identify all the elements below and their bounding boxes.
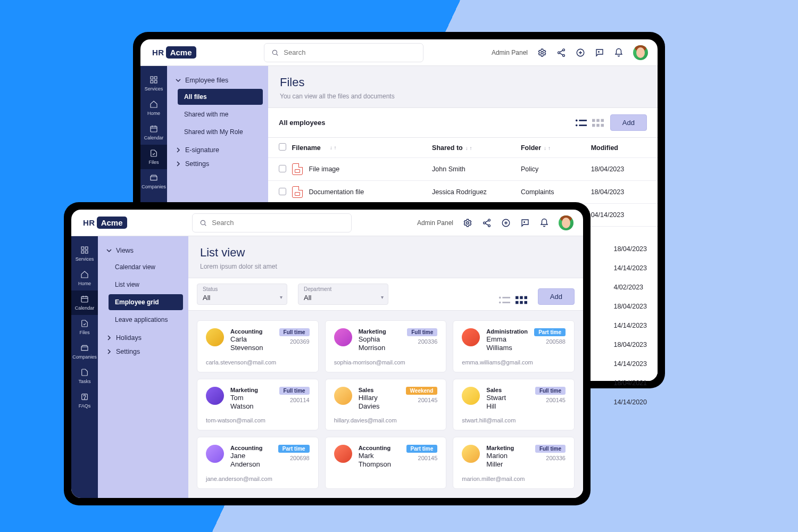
- user-avatar[interactable]: [633, 45, 648, 60]
- tree-employee-grid[interactable]: Employee grid: [109, 294, 183, 310]
- share-icon[interactable]: [482, 218, 492, 228]
- bell-icon[interactable]: [614, 48, 624, 57]
- tree-list-view[interactable]: List view: [109, 277, 183, 293]
- modified: 18/04/2023: [591, 165, 647, 173]
- table-row[interactable]: Documentation file Jessica Rodríguez Com…: [268, 181, 658, 204]
- employee-card[interactable]: Marketing TomWatson Full time 200114 tom…: [197, 379, 319, 431]
- chevron-right-icon: [176, 147, 181, 153]
- grid-view-icon[interactable]: [592, 118, 604, 128]
- shared-to: Jessica Rodríguez: [432, 188, 521, 196]
- tree-all-files[interactable]: All files: [178, 89, 263, 105]
- search-field[interactable]: [192, 213, 352, 232]
- employment-badge: Full time: [407, 328, 437, 336]
- search-icon: [200, 219, 207, 227]
- employee-card[interactable]: Sales HillaryDavies Weekend 200145 hilla…: [325, 379, 447, 431]
- employee-card[interactable]: Sales StwartHill Full time 200145 stwart…: [453, 379, 575, 431]
- tree-leave-apps[interactable]: Leave applications: [109, 312, 183, 328]
- employee-card[interactable]: Accounting JaneAnderson Part time 200698…: [197, 437, 319, 489]
- page-title: List view: [200, 246, 571, 260]
- employee-id: 200336: [546, 455, 566, 461]
- tree-settings[interactable]: Settings: [103, 345, 183, 359]
- tree-holidays[interactable]: Holidays: [103, 331, 183, 345]
- rail-services[interactable]: Services: [71, 242, 98, 266]
- page-subtitle: Lorem ipsum dolor sit amet: [200, 263, 571, 270]
- admin-panel-link[interactable]: Admin Panel: [417, 219, 453, 227]
- gear-icon[interactable]: [537, 48, 547, 57]
- list-view-icon[interactable]: [498, 295, 510, 305]
- employee-card[interactable]: Marketing SophiaMorrison Full time 20033…: [325, 320, 447, 372]
- grid-view-icon[interactable]: [516, 295, 527, 305]
- rail-home[interactable]: Home: [71, 266, 98, 290]
- tree-shared-me[interactable]: Shared with me: [178, 106, 263, 122]
- rail-companies[interactable]: Companies: [71, 339, 98, 364]
- modified: 14/14/2023: [613, 354, 647, 373]
- add-button[interactable]: Add: [610, 114, 647, 131]
- rail-faqs[interactable]: FAQs: [71, 388, 98, 413]
- tree-employee-files[interactable]: Employee files: [172, 73, 263, 87]
- chevron-right-icon: [106, 349, 112, 354]
- employee-card[interactable]: Administration EmmaWilliams Part time 20…: [453, 320, 575, 372]
- admin-panel-link[interactable]: Admin Panel: [492, 49, 528, 56]
- svg-rect-55: [502, 297, 510, 298]
- add-button[interactable]: Add: [538, 288, 575, 305]
- gear-icon[interactable]: [463, 218, 472, 228]
- table-row[interactable]: File image John Smith Policy 18/04/2023: [268, 158, 658, 181]
- plus-circle-icon[interactable]: [501, 218, 511, 228]
- employment-badge: Full time: [279, 387, 310, 395]
- svg-point-3: [563, 48, 565, 51]
- rail-services[interactable]: Services: [140, 71, 167, 96]
- svg-rect-46: [81, 251, 84, 253]
- chat-icon[interactable]: [595, 48, 604, 57]
- user-avatar[interactable]: [559, 215, 573, 230]
- employee-card[interactable]: Marketing MarionMiller Full time 200336 …: [453, 437, 575, 489]
- folder: Complaints: [521, 188, 591, 196]
- tree-esignature[interactable]: E-signature: [172, 143, 263, 157]
- svg-rect-15: [151, 80, 153, 83]
- employee-name: MarionMiller: [486, 452, 529, 469]
- rail-home[interactable]: Home: [140, 96, 167, 120]
- employee-card[interactable]: Accounting MarkThompson Part time 200145: [325, 437, 447, 489]
- tree-shared-role[interactable]: Shared with My Role: [178, 124, 263, 140]
- svg-rect-63: [524, 301, 527, 304]
- tree-views[interactable]: Views: [103, 244, 183, 257]
- rail-calendar[interactable]: Calendar: [71, 290, 98, 315]
- rail-files[interactable]: Files: [140, 145, 167, 169]
- employee-avatar: [206, 387, 224, 405]
- chat-icon[interactable]: [520, 218, 530, 228]
- employee-card[interactable]: Accounting CarlaStevenson Full time 2003…: [197, 320, 319, 372]
- row-checkbox[interactable]: [279, 165, 286, 172]
- search-input[interactable]: [192, 213, 352, 232]
- row-checkbox[interactable]: [279, 188, 286, 195]
- bell-icon[interactable]: [539, 218, 549, 228]
- status-select[interactable]: Status All ▾: [197, 284, 287, 305]
- shared-to: John Smith: [432, 165, 521, 173]
- rail-tasks[interactable]: Tasks: [71, 364, 98, 388]
- rail-companies[interactable]: Companies: [140, 169, 167, 194]
- search-input[interactable]: [264, 43, 423, 62]
- employee-dept: Sales: [359, 387, 400, 393]
- department-select[interactable]: Department All ▾: [298, 284, 388, 305]
- employee-name: JaneAnderson: [230, 452, 272, 469]
- employee-avatar: [462, 445, 480, 463]
- rail-files[interactable]: Files: [71, 315, 98, 339]
- employee-email: stwart.hill@mail.com: [462, 417, 566, 423]
- tree-calendar-view[interactable]: Calendar view: [109, 259, 183, 275]
- employee-avatar: [334, 445, 352, 463]
- svg-rect-28: [592, 123, 595, 127]
- modified: 18/04/2021: [613, 373, 647, 393]
- employee-email: jane.anderson@mail.com: [206, 476, 310, 482]
- svg-rect-13: [151, 77, 153, 79]
- rail-calendar[interactable]: Calendar: [140, 120, 167, 145]
- select-all-checkbox[interactable]: [279, 143, 286, 151]
- employee-dept: Administration: [486, 328, 528, 335]
- plus-circle-icon[interactable]: [576, 48, 585, 57]
- list-view-icon[interactable]: [575, 118, 587, 128]
- search-field[interactable]: [264, 43, 423, 62]
- tree-settings[interactable]: Settings: [172, 157, 263, 171]
- svg-point-53: [84, 398, 85, 399]
- svg-point-23: [576, 124, 578, 126]
- svg-point-33: [467, 221, 469, 224]
- svg-rect-30: [601, 123, 604, 127]
- share-icon[interactable]: [556, 48, 566, 57]
- chevron-down-icon: [106, 248, 112, 253]
